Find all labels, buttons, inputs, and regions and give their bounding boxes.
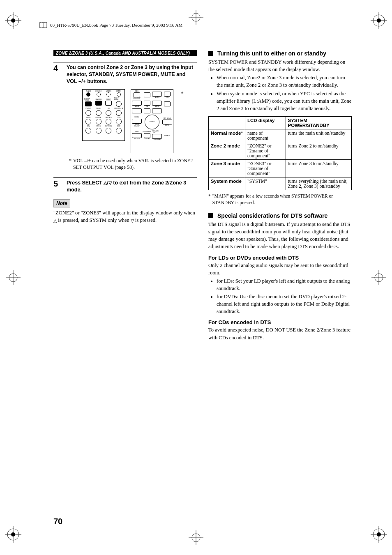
remote-left-panel: TUNER 6CH/8CH MCACC LEARN SYSTEM POWER S…: [82, 89, 125, 141]
mcacc-button: [106, 92, 111, 97]
bullet-list: When normal, Zone2 or Zone 3 mode is sel…: [208, 74, 352, 112]
triangle-up-icon: △: [104, 181, 107, 185]
list-item: When normal, Zone2 or Zone 3 mode is sel…: [217, 74, 352, 89]
list-item: for LDs: Set your LD player's left and r…: [217, 277, 352, 292]
page-number: 70: [53, 517, 62, 526]
step-4: 4 You can control Zone 2 or Zone 3 by us…: [53, 62, 197, 85]
display-button: [144, 133, 150, 138]
crop-mark-icon: [188, 530, 204, 546]
bullet-list: for LDs: Set your LD player's left and r…: [208, 277, 352, 315]
table-row: Zone 2 mode "ZONE2" or "2:name of compon…: [209, 142, 352, 159]
6ch-button: [97, 92, 101, 97]
step-5: 5 Press SELECT △/▽ to exit from the Zone…: [53, 177, 197, 193]
enter-ring: ENTER: [145, 115, 159, 129]
table-row: Normal mode* name of component turns the…: [209, 129, 352, 142]
crop-mark-icon: [188, 9, 204, 25]
crop-mark-icon: [371, 526, 387, 543]
paragraph: To avoid unexpected noise, DO NOT USE th…: [208, 326, 352, 341]
table-row: System mode "SYSTM" turns everything (th…: [209, 177, 352, 190]
step-text: You can control Zone 2 or Zone 3 by usin…: [67, 64, 197, 85]
note-body: "ZONE2" or "ZONE3" will appear in the di…: [53, 209, 197, 224]
section-title-bar: ZONE 2/ZONE 3 (U.S.A., Canada AND AUSTRA…: [53, 50, 197, 56]
triangle-down-icon: ▽: [131, 219, 134, 223]
remote-right-panel: RECDISC SKIP AUDIO VOL MENU CH MENU: [131, 89, 173, 153]
tuner-button: [86, 92, 90, 97]
pause-button: [144, 108, 150, 113]
vol-plus-button: [164, 92, 171, 97]
book-icon: [39, 21, 48, 29]
paragraph: Only 2 channel analog audio signals may …: [208, 262, 352, 276]
table-header: SYSTEM POWER/STANDBY: [286, 116, 351, 129]
vol-minus-button: [164, 101, 171, 106]
phono-button: [85, 110, 91, 116]
title-button: [132, 119, 142, 124]
next-button: [152, 108, 162, 113]
crop-mark-icon: [5, 269, 21, 286]
subheading-lds-dvds: For LDs or DVDs encoded with DTS: [208, 255, 352, 261]
note-label: Note: [53, 199, 70, 207]
paragraph: SYSTEM POWER and STANDBY work differentl…: [208, 58, 352, 73]
subheading-dts: Special considerations for DTS software: [208, 212, 352, 219]
night-mode-button: [116, 101, 122, 107]
mode-table: LCD display SYSTEM POWER/STANDBY Normal …: [208, 116, 352, 190]
step-text: Press SELECT △/▽ to exit from the Zone 2…: [67, 180, 197, 193]
subheading-turning-unit: Turning this unit to either on or standb…: [208, 50, 352, 57]
dtv-button: [85, 128, 91, 134]
left-column: ZONE 2/ZONE 3 (U.S.A., Canada AND AUSTRA…: [53, 50, 197, 341]
paragraph: The DTS signal is a digital bitstream. I…: [208, 221, 352, 251]
crop-mark-icon: [371, 12, 387, 29]
learn-button: [117, 92, 121, 97]
multichin-button: [116, 110, 122, 116]
list-item: When system mode is selected, or when YP…: [217, 90, 352, 112]
menu-left-button: [132, 101, 142, 106]
table-footnote: * "MAIN" appears for a few seconds when …: [208, 193, 352, 206]
cd-button: [106, 110, 111, 116]
mute-button: [162, 120, 172, 124]
table-header: [209, 116, 245, 129]
menu-right-button: [152, 101, 162, 106]
square-bullet-icon: [208, 213, 213, 218]
rec-button: [134, 92, 140, 97]
header-text: 00_HTR-5790U_EN.book Page 70 Tuesday, De…: [50, 23, 182, 28]
subheading-cds: For CDs encoded in DTS: [208, 319, 352, 325]
dvrvcr2-button: [106, 128, 111, 134]
dvd-button: [116, 128, 122, 134]
vaux-button: [85, 119, 91, 124]
list-item: for DVDs: Use the disc menu to set the D…: [217, 293, 352, 315]
audio-button: [152, 92, 162, 97]
crop-mark-icon: [5, 12, 21, 29]
prev-button: [132, 108, 142, 113]
triangle-down-icon: ▽: [108, 181, 112, 185]
cdr-button: [116, 119, 122, 124]
ch-button: [144, 101, 150, 106]
table-header: LCD display: [245, 116, 286, 129]
step-number: 5: [53, 180, 61, 193]
right-column: Turning this unit to either on or standb…: [208, 50, 352, 341]
system-power-button: [85, 101, 92, 106]
remote-figure: TUNER 6CH/8CH MCACC LEARN SYSTEM POWER S…: [69, 89, 197, 153]
square-bullet-icon: [208, 51, 213, 56]
tuner-button: [96, 110, 101, 116]
mdtape-button: [106, 119, 111, 124]
triangle-up-icon: △: [53, 219, 57, 223]
sleep-button: [105, 101, 112, 106]
crop-mark-icon: [5, 526, 21, 543]
figure-asterisk: *: [181, 91, 184, 97]
step-number: 4: [53, 64, 61, 85]
step4-footnote: * VOL –/+ can be used only when VAR. is …: [69, 157, 197, 171]
page-header: 00_HTR-5790U_EN.book Page 70 Tuesday, De…: [39, 21, 182, 29]
return-button: [132, 133, 142, 138]
cblsat-button: [96, 119, 101, 124]
crop-mark-icon: [371, 269, 387, 286]
vcr1-button: [96, 128, 101, 134]
stop-button: [144, 92, 150, 97]
search-button: [95, 101, 102, 106]
table-row: Zone 3 mode "ZONE3" or "3:name of compon…: [209, 159, 352, 177]
header-rule: [34, 29, 358, 29]
straight-button: [152, 134, 162, 139]
